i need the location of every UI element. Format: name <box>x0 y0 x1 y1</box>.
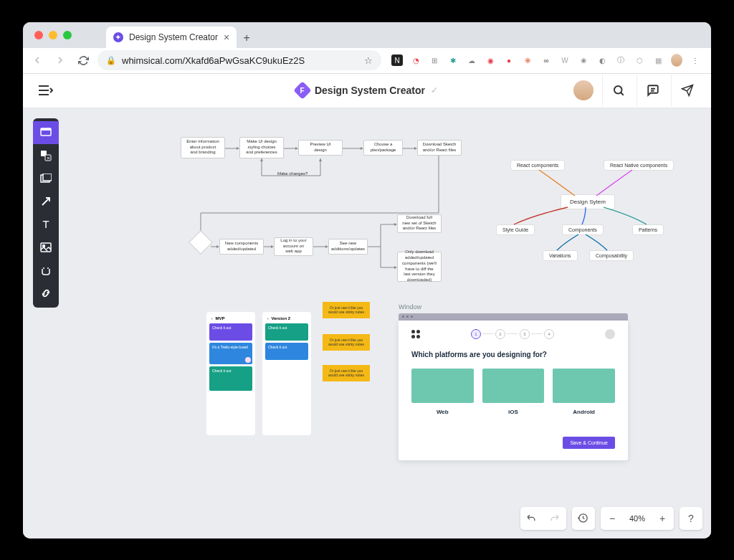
profile-avatar[interactable] <box>671 54 682 66</box>
svg-point-3 <box>614 86 622 94</box>
tool-image[interactable] <box>33 236 59 259</box>
send-button[interactable] <box>671 75 702 106</box>
kanban-column[interactable]: +MVP Check it out It's a Trello-style bo… <box>206 312 255 435</box>
flow-decision[interactable] <box>189 230 213 255</box>
ext-icon[interactable]: W <box>559 54 571 66</box>
nav-reload-button[interactable] <box>75 52 92 69</box>
mindmap[interactable]: Design Sytem React components React Nati… <box>482 144 690 273</box>
flow-node[interactable]: Download Sketch and/or React files <box>417 140 462 156</box>
extension-icons: N ◔ ⊞ ✱ ☁ ◉ ● ❋ ∞ W ❀ ◐ ⓘ ⬡ ▦ ⋮ <box>387 54 705 66</box>
url-input[interactable]: 🔒 whimsical.com/Xkafd6aPwGsaKC9ukuEz2S ☆ <box>97 50 381 70</box>
help-button[interactable]: ? <box>680 507 702 530</box>
mindmap-node[interactable]: Composability <box>589 250 634 261</box>
flow-node[interactable]: Preview UI design <box>298 140 343 156</box>
kanban-column-title[interactable]: +MVP <box>209 315 252 323</box>
kanban-card[interactable]: Check it out <box>209 366 252 391</box>
wireframe-step[interactable]: 3 <box>520 329 530 339</box>
tool-frame[interactable] <box>33 167 59 190</box>
nav-back-button[interactable] <box>29 52 46 69</box>
ext-icon[interactable]: ◉ <box>485 54 496 66</box>
kanban-card[interactable]: It's a Trello-style board <box>209 343 252 364</box>
user-avatar[interactable] <box>573 80 594 100</box>
wireframe-step[interactable]: 4 <box>544 329 554 339</box>
wireframe-step[interactable]: 1 <box>471 329 481 339</box>
tab-close-icon[interactable]: × <box>224 32 229 43</box>
maximize-window-button[interactable] <box>63 31 72 39</box>
new-tab-button[interactable]: + <box>237 28 257 48</box>
svg-line-4 <box>621 92 624 95</box>
mindmap-node[interactable]: Style Guide <box>496 224 535 235</box>
ext-icon[interactable]: ∞ <box>540 54 552 66</box>
svg-point-16 <box>43 245 45 247</box>
tool-text[interactable]: T <box>33 213 59 236</box>
kanban-card[interactable]: Check it out <box>265 343 308 360</box>
flow-node[interactable]: Make UI design styling choices and prefe… <box>239 137 284 158</box>
undo-button[interactable] <box>520 507 543 530</box>
wireframe-step[interactable]: 2 <box>495 329 505 339</box>
ext-icon[interactable]: ◐ <box>596 54 608 66</box>
tool-select[interactable] <box>33 121 59 144</box>
mindmap-node[interactable]: Components <box>562 224 604 235</box>
document-icon: F <box>293 81 311 99</box>
zoom-level[interactable]: 40% <box>624 514 651 523</box>
mindmap-node[interactable]: Variations <box>543 250 578 261</box>
save-continue-button[interactable]: Save & Continue <box>563 437 615 449</box>
ext-icon[interactable]: ☁ <box>466 54 477 66</box>
ext-pinterest-icon[interactable]: ● <box>503 54 515 66</box>
flow-node[interactable]: Choose a plan/package <box>363 140 403 156</box>
wireframe-label: Window <box>399 303 628 310</box>
sticky-note[interactable]: Or just use it like you would use sticky… <box>323 334 370 351</box>
zoom-out-button[interactable]: − <box>601 507 624 530</box>
sticky-note[interactable]: Or just use it like you would use sticky… <box>323 365 370 381</box>
zoom-in-button[interactable]: + <box>651 507 674 530</box>
ext-icon[interactable]: ⓘ <box>615 54 626 66</box>
ext-icon[interactable]: ❀ <box>578 54 589 66</box>
mindmap-node[interactable]: React components <box>510 160 565 171</box>
platform-option-android[interactable]: Android <box>553 369 615 415</box>
tool-component[interactable] <box>33 259 59 282</box>
document-title-area[interactable]: F Design System Creator ✓ <box>296 84 438 97</box>
kanban-column-title[interactable]: +Version 2 <box>265 315 308 323</box>
redo-button[interactable] <box>543 507 566 530</box>
tool-arrow[interactable] <box>33 190 59 213</box>
flow-node[interactable]: See new additions/updates <box>328 239 368 255</box>
tool-shape[interactable] <box>33 144 59 167</box>
tool-link[interactable] <box>33 282 59 305</box>
hamburger-menu-button[interactable] <box>32 76 60 105</box>
browser-menu-icon[interactable]: ⋮ <box>690 54 701 66</box>
bookmark-star-icon[interactable]: ☆ <box>364 55 373 66</box>
platform-option-ios[interactable]: iOS <box>482 369 545 415</box>
flow-node[interactable]: Enter information about product and bran… <box>181 137 225 158</box>
ext-icon[interactable]: ▦ <box>652 54 664 66</box>
wireframe-window[interactable]: 1 2 3 4 Which platforms are you designin… <box>399 321 628 460</box>
sticky-note[interactable]: Or just use it like you would use sticky… <box>323 302 370 318</box>
search-button[interactable] <box>602 75 634 106</box>
mindmap-node[interactable]: Patterns <box>632 224 664 235</box>
flow-node[interactable]: New components added/updated <box>219 239 264 255</box>
mindmap-center-node[interactable]: Design Sytem <box>561 194 615 209</box>
ext-notion-icon[interactable]: N <box>391 54 403 66</box>
nav-forward-button[interactable] <box>52 52 69 69</box>
minimize-window-button[interactable] <box>49 31 57 39</box>
browser-tab[interactable]: ✦ Design System Creator × <box>106 27 237 48</box>
close-window-button[interactable] <box>34 31 43 39</box>
history-button[interactable] <box>572 507 595 530</box>
wireframe-group[interactable]: Window 1 2 3 4 <box>399 303 628 460</box>
canvas[interactable]: T Enter information about product and br… <box>23 108 711 538</box>
ext-icon[interactable]: ◔ <box>410 54 421 66</box>
ext-icon[interactable]: ✱ <box>447 54 459 66</box>
platform-option-web[interactable]: Web <box>411 369 474 415</box>
flow-node[interactable]: Download full new set of Sketch and/or R… <box>397 214 442 233</box>
kanban-card[interactable]: Check it out <box>265 323 308 341</box>
kanban-board[interactable]: +MVP Check it out It's a Trello-style bo… <box>206 312 311 435</box>
ext-icon[interactable]: ⬡ <box>634 54 645 66</box>
mindmap-node[interactable]: React Native components <box>604 160 674 171</box>
comments-button[interactable] <box>637 75 668 106</box>
kanban-column[interactable]: +Version 2 Check it out Check it out <box>262 312 311 435</box>
flow-node[interactable]: Log in to your account on web app <box>274 237 313 256</box>
svg-line-13 <box>42 198 49 205</box>
flow-node[interactable]: Only download added/updated components (… <box>397 252 442 282</box>
ext-icon[interactable]: ⊞ <box>429 54 440 66</box>
kanban-card[interactable]: Check it out <box>209 323 252 341</box>
ext-icon[interactable]: ❋ <box>522 54 533 66</box>
